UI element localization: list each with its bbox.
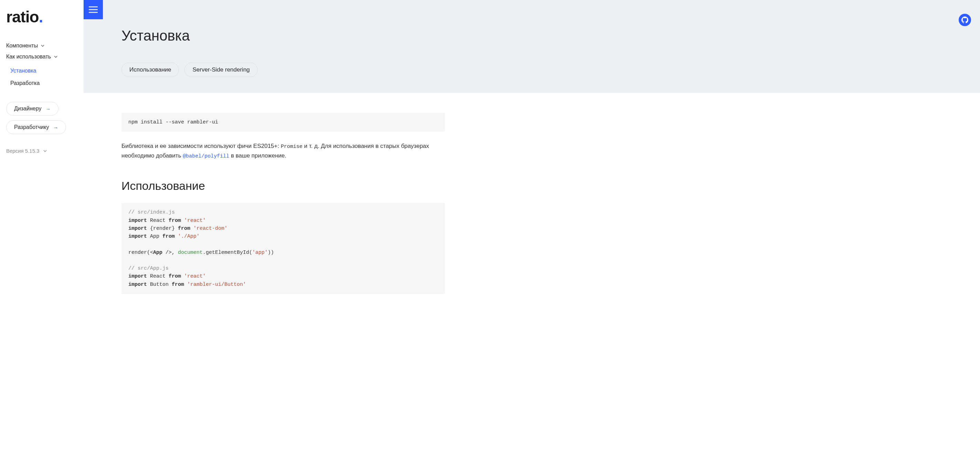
intro-paragraph: Библиотека и ее зависимости используют ф…: [121, 141, 445, 160]
logo-text: ratio: [6, 8, 39, 26]
usage-heading: Использование: [121, 179, 445, 193]
subnav-develop[interactable]: Разработка: [6, 77, 84, 89]
anchor-usage[interactable]: Использование: [121, 63, 179, 77]
chevron-down-icon: [54, 55, 58, 59]
menu-button[interactable]: [84, 0, 103, 19]
arrow-right-icon: →: [53, 124, 58, 130]
inline-code: Promise: [281, 144, 302, 150]
pill-label: Дизайнеру: [14, 106, 41, 112]
nav-top-components[interactable]: Компоненты: [6, 43, 84, 49]
polyfill-link[interactable]: @babel/polyfill: [183, 153, 229, 159]
usage-codeblock: // src/index.js import React from 'react…: [121, 203, 445, 294]
hamburger-icon: [89, 6, 98, 13]
pill-label: Разработчику: [14, 124, 49, 130]
nav-top-label: Как использовать: [6, 54, 51, 60]
main: Установка Использование Server-Side rend…: [84, 0, 980, 476]
nav-top-howto[interactable]: Как использовать: [6, 54, 84, 60]
version-label: Версия 5.15.3: [6, 148, 40, 154]
chevron-down-icon: [43, 149, 47, 153]
content: npm install --save rambler-ui Библиотека…: [84, 93, 459, 308]
subnav-install[interactable]: Установка: [6, 65, 84, 77]
install-codeblock: npm install --save rambler-ui: [121, 113, 445, 132]
github-icon: [961, 16, 968, 24]
github-button[interactable]: [959, 14, 971, 26]
sidebar: ratio. Компоненты Как использовать Устан…: [0, 0, 84, 476]
nav-top-label: Компоненты: [6, 43, 38, 49]
hero: Установка Использование Server-Side rend…: [84, 0, 980, 93]
arrow-right-icon: →: [45, 106, 51, 112]
anchor-ssr[interactable]: Server-Side rendering: [185, 63, 258, 77]
logo[interactable]: ratio.: [6, 8, 84, 26]
logo-dot: .: [39, 8, 43, 26]
pill-designer[interactable]: Дизайнеру →: [6, 102, 59, 116]
pill-developer[interactable]: Разработчику →: [6, 121, 66, 134]
chevron-down-icon: [41, 44, 45, 48]
page-title: Установка: [121, 27, 980, 44]
version-selector[interactable]: Версия 5.15.3: [6, 148, 84, 154]
